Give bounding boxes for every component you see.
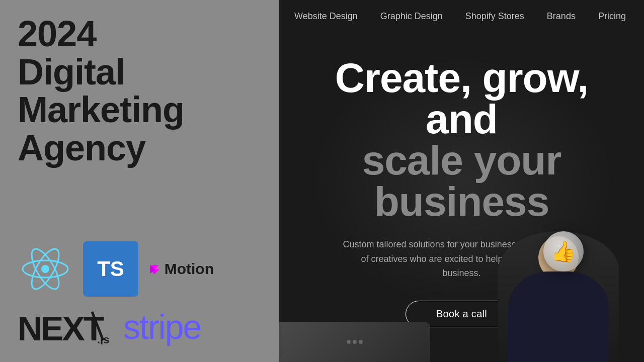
dot-1	[347, 340, 351, 344]
nav-website-design[interactable]: Website Design	[294, 11, 358, 22]
stripe-logo: stripe	[123, 307, 224, 347]
left-title: 2024 Digital Marketing Agency	[18, 15, 262, 167]
tech-logos: TS Motion NEXT	[18, 241, 262, 347]
motion-logo: Motion	[148, 241, 214, 297]
thumbs-bubble: 👍	[543, 231, 584, 272]
svg-text:NEXT: NEXT	[18, 309, 104, 344]
nav-brands[interactable]: Brands	[547, 11, 576, 22]
nav: Website Design Graphic Design Shopify St…	[279, 0, 644, 33]
dot-2	[353, 340, 357, 344]
tech-row-1: TS Motion	[18, 241, 262, 297]
tech-row-2: NEXT .js stripe	[18, 307, 262, 347]
hero-headline: Create, grow, and scale your business	[299, 57, 624, 222]
dot-3	[359, 340, 363, 344]
typescript-logo: TS	[83, 241, 138, 297]
svg-text:.js: .js	[97, 333, 109, 344]
person-body	[508, 272, 609, 362]
nextjs-logo: NEXT .js	[18, 307, 113, 347]
react-logo	[18, 241, 73, 297]
bottom-image-strip	[279, 322, 430, 362]
nav-graphic-design[interactable]: Graphic Design	[380, 11, 443, 22]
motion-label: Motion	[165, 260, 214, 278]
svg-point-0	[41, 265, 49, 273]
left-panel: 2024 Digital Marketing Agency	[0, 0, 279, 362]
nav-shopify-stores[interactable]: Shopify Stores	[465, 11, 524, 22]
right-panel: Website Design Graphic Design Shopify St…	[279, 0, 644, 362]
nav-pricing[interactable]: Pricing	[598, 11, 626, 22]
thumbs-up-icon: 👍	[551, 240, 576, 263]
